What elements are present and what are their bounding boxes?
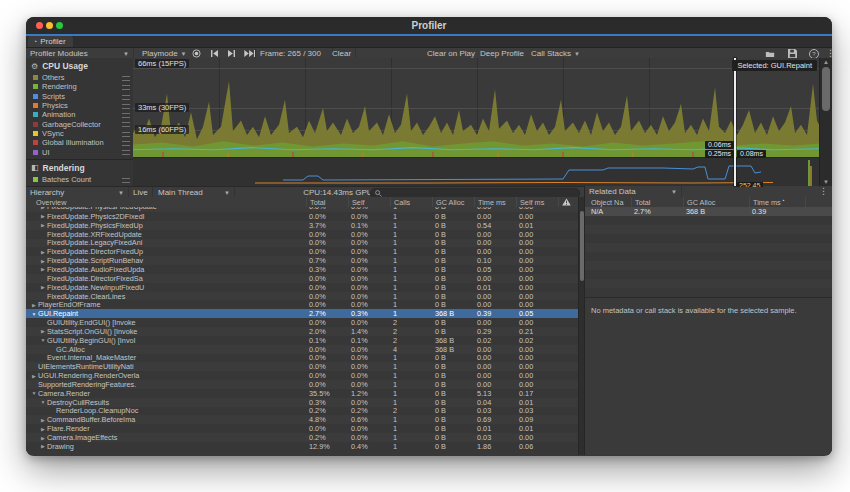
cell-value: 0.00	[474, 238, 516, 247]
table-row[interactable]: FixedUpdate.ClearLines0.0%0.0%10 B0.000.…	[26, 292, 578, 301]
legend-item[interactable]: VSync	[26, 129, 133, 138]
chevron-collapsed-icon[interactable]: ▶	[39, 284, 47, 290]
chevron-collapsed-icon[interactable]: ▶	[30, 302, 38, 308]
chevron-collapsed-icon[interactable]: ▶	[30, 373, 38, 379]
table-row[interactable]: SupportedRenderingFeatures.0.0%0.0%10 B0…	[26, 380, 578, 389]
rendering-chart[interactable]: 252.45	[133, 157, 820, 187]
sample-name: FixedUpdate.DirectorFixedUp	[47, 247, 143, 256]
chevron-expanded-icon[interactable]: ▼	[30, 390, 38, 396]
scroll-up-icon[interactable]: ▲	[820, 58, 832, 66]
table-row[interactable]: FixedUpdate.XRFixedUpdate0.0%0.0%10 B0.0…	[26, 230, 578, 239]
chevron-collapsed-icon[interactable]: ▶	[39, 258, 47, 264]
cell-value: 1	[390, 415, 432, 424]
rendering-module-header[interactable]: ◧ Rendering	[26, 160, 133, 175]
legend-item[interactable]: GarbageCollector	[26, 119, 133, 128]
chevron-expanded-icon[interactable]: ▼	[30, 311, 38, 317]
table-row[interactable]: UIElementsRuntimeUtilityNati0.0%0.0%10 B…	[26, 362, 578, 371]
chevron-collapsed-icon[interactable]: ▶	[39, 207, 47, 210]
table-row[interactable]: ▶CommandBuffer.BeforeIma4.8%0.6%10 B0.69…	[26, 415, 578, 424]
related-data-dropdown[interactable]: Related Data ▼	[585, 186, 682, 197]
legend-item[interactable]: Rendering	[26, 82, 133, 91]
table-row[interactable]: ▶FixedUpdate.DirectorFixedUp0.0%0.0%10 B…	[26, 247, 578, 256]
related-column-timems[interactable]: Time ms ▪	[749, 197, 805, 207]
table-row[interactable]: GC.Alloc0.0%0.0%4368 B0.000.00	[26, 345, 578, 354]
column-header-selfms[interactable]: Self ms	[516, 197, 558, 207]
table-row[interactable]: ▼Camera.Render35.5%1.2%10 B5.130.17	[26, 389, 578, 398]
rendering-line-plot	[133, 158, 820, 187]
current-frame-line[interactable]	[734, 58, 736, 186]
table-row[interactable]: ▶FixedUpdate.PhysicsFixedUp3.7%0.1%10 B0…	[26, 221, 578, 230]
legend-item[interactable]: Global Illumination	[26, 138, 133, 147]
chart-scrollbar[interactable]: ▲ ▼	[819, 58, 832, 186]
legend-label: Scripts	[42, 92, 65, 101]
related-column-object-name[interactable]: Object Na	[585, 197, 631, 207]
chevron-collapsed-icon[interactable]: ▶	[39, 213, 47, 219]
cell-value: 0.05	[516, 309, 558, 318]
sample-name: Drawing	[47, 442, 74, 451]
table-row[interactable]: ▶Flare.Render0.0%0.0%10 B0.010.01	[26, 424, 578, 433]
cpu-usage-module-header[interactable]: ⚙ CPU Usage	[26, 58, 133, 73]
legend-item[interactable]: Scripts	[26, 92, 133, 101]
chevron-expanded-icon[interactable]: ▼	[39, 399, 47, 405]
legend-item[interactable]: Physics	[26, 101, 133, 110]
sample-name: GUIUtility.EndGUI() [Invoke	[47, 318, 136, 327]
column-header-self[interactable]: Self	[348, 197, 390, 207]
chart-zone[interactable]: 66ms (15FPS) 33ms (30FPS) 16ms (60FPS) S…	[133, 58, 820, 186]
legend-scale-handle	[122, 150, 130, 155]
chevron-collapsed-icon[interactable]: ▶	[39, 435, 47, 441]
sample-name: Flare.Render	[47, 424, 90, 433]
chevron-collapsed-icon[interactable]: ▶	[39, 222, 47, 228]
related-cell-value: 368 B	[683, 207, 749, 216]
legend-swatch	[33, 177, 38, 182]
chevron-collapsed-icon[interactable]: ▶	[39, 443, 47, 449]
table-row[interactable]: GUIUtility.EndGUI() [Invoke0.0%0.0%20 B0…	[26, 318, 578, 327]
legend-scale-handle	[122, 113, 130, 118]
legend-item[interactable]: Animation	[26, 110, 133, 119]
cell-value: 0.00	[474, 207, 516, 211]
column-header-calls[interactable]: Calls	[390, 197, 432, 207]
table-row[interactable]: ▼DestroyCullResults0.3%0.0%10 B0.040.01	[26, 398, 578, 407]
cell-value: 0.0%	[306, 212, 348, 221]
column-header-timems[interactable]: Time ms	[474, 197, 516, 207]
column-header-warning[interactable]	[558, 197, 578, 207]
chevron-collapsed-icon[interactable]: ▶	[39, 426, 47, 432]
related-column-total[interactable]: Total	[631, 197, 683, 207]
cell-value: 0 B	[432, 207, 474, 211]
table-row[interactable]: ▼GUI.Repaint2.7%0.3%1368 B0.390.05	[26, 309, 578, 318]
chevron-expanded-icon[interactable]: ▼	[39, 337, 47, 343]
table-row[interactable]: ▶UGUI.Rendering.RenderOverla0.0%0.0%10 B…	[26, 371, 578, 380]
chevron-collapsed-icon[interactable]: ▶	[39, 328, 47, 334]
table-row[interactable]: ▶Drawing12.9%0.4%10 B1.860.06	[26, 442, 578, 451]
legend-scale-handle	[122, 132, 130, 137]
table-row[interactable]: FixedUpdate.LegacyFixedAni0.0%0.0%10 B0.…	[26, 239, 578, 248]
legend-item[interactable]: UI	[26, 147, 133, 156]
column-header-gcalloc[interactable]: GC Alloc	[432, 197, 474, 207]
help-icon: ?	[809, 49, 819, 59]
table-row[interactable]: ▶PlayerEndOfFrame0.0%0.0%10 B0.000.00	[26, 300, 578, 309]
table-row[interactable]: FixedUpdate.DirectorFixedSa0.0%0.0%10 B0…	[26, 274, 578, 283]
related-column-gcalloc[interactable]: GC Alloc	[683, 197, 749, 207]
chevron-collapsed-icon[interactable]: ▶	[39, 266, 47, 272]
table-row[interactable]: ▶FixedUpdate.NewInputFixedU0.0%0.0%10 B0…	[26, 283, 578, 292]
table-row[interactable]: ▶FixedUpdate.AudioFixedUpda0.3%0.0%10 B0…	[26, 265, 578, 274]
column-header-total[interactable]: Total	[306, 197, 348, 207]
chart-scrollbar-thumb[interactable]	[822, 67, 830, 111]
column-header-overview[interactable]: Overview	[26, 197, 306, 207]
table-row[interactable]: RenderLoop.CleanupNoc0.2%0.2%20 B0.030.0…	[26, 407, 578, 416]
table-row[interactable]: ▶FixedUpdate.ScriptRunBehav0.7%0.0%10 B0…	[26, 256, 578, 265]
legend-item[interactable]: Others	[26, 73, 133, 82]
related-data-row[interactable]: N/A2.7%368 B0.39	[585, 207, 832, 216]
chevron-collapsed-icon[interactable]: ▶	[39, 249, 47, 255]
cell-value: 0.00	[474, 230, 516, 239]
related-menu-button[interactable]: ⋮	[815, 186, 832, 197]
cell-value: 0 B	[432, 265, 474, 274]
table-row[interactable]: ▶FixedUpdate.Physics2DFixedl0.0%0.0%10 B…	[26, 212, 578, 221]
table-row[interactable]: ▼GUIUtility.BeginGUI() [Invol0.1%0.1%236…	[26, 336, 578, 345]
scroll-down-icon[interactable]: ▼	[820, 178, 832, 186]
chevron-collapsed-icon[interactable]: ▶	[39, 417, 47, 423]
table-row[interactable]: ▶StatsScript.OnGUI() [Invoke2.0%1.4%20 B…	[26, 327, 578, 336]
tab-profiler[interactable]: ◔ Profiler	[28, 36, 73, 47]
legend-item[interactable]: Batches Count	[26, 175, 133, 184]
table-row[interactable]: Event.Internal_MakeMaster0.0%0.0%10 B0.0…	[26, 354, 578, 363]
table-row[interactable]: ▶Camera.ImageEffects0.2%0.0%10 B0.030.00	[26, 433, 578, 442]
